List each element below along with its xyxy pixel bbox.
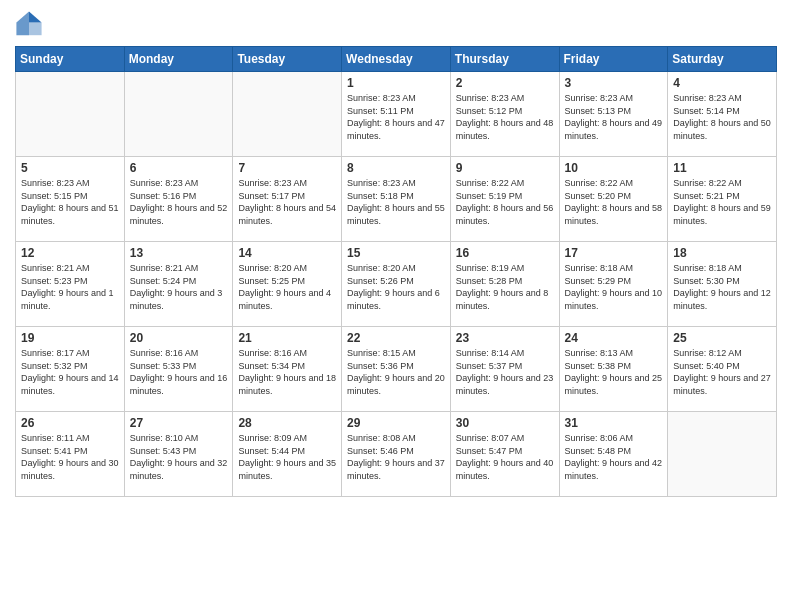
day-number: 4: [673, 76, 771, 90]
calendar-cell: 8Sunrise: 8:23 AM Sunset: 5:18 PM Daylig…: [342, 157, 451, 242]
day-header-tuesday: Tuesday: [233, 47, 342, 72]
day-number: 3: [565, 76, 663, 90]
header-row: SundayMondayTuesdayWednesdayThursdayFrid…: [16, 47, 777, 72]
day-info: Sunrise: 8:23 AM Sunset: 5:11 PM Dayligh…: [347, 92, 445, 142]
day-info: Sunrise: 8:21 AM Sunset: 5:24 PM Dayligh…: [130, 262, 228, 312]
day-number: 2: [456, 76, 554, 90]
day-number: 7: [238, 161, 336, 175]
calendar-cell: 18Sunrise: 8:18 AM Sunset: 5:30 PM Dayli…: [668, 242, 777, 327]
calendar-cell: 10Sunrise: 8:22 AM Sunset: 5:20 PM Dayli…: [559, 157, 668, 242]
calendar-cell: 11Sunrise: 8:22 AM Sunset: 5:21 PM Dayli…: [668, 157, 777, 242]
day-number: 26: [21, 416, 119, 430]
calendar-cell: 2Sunrise: 8:23 AM Sunset: 5:12 PM Daylig…: [450, 72, 559, 157]
day-number: 31: [565, 416, 663, 430]
day-header-thursday: Thursday: [450, 47, 559, 72]
svg-marker-2: [16, 11, 29, 35]
day-info: Sunrise: 8:20 AM Sunset: 5:26 PM Dayligh…: [347, 262, 445, 312]
calendar-cell: 4Sunrise: 8:23 AM Sunset: 5:14 PM Daylig…: [668, 72, 777, 157]
calendar-cell: 9Sunrise: 8:22 AM Sunset: 5:19 PM Daylig…: [450, 157, 559, 242]
week-row-1: 5Sunrise: 8:23 AM Sunset: 5:15 PM Daylig…: [16, 157, 777, 242]
day-number: 15: [347, 246, 445, 260]
calendar-cell: 7Sunrise: 8:23 AM Sunset: 5:17 PM Daylig…: [233, 157, 342, 242]
day-number: 18: [673, 246, 771, 260]
day-number: 20: [130, 331, 228, 345]
day-info: Sunrise: 8:23 AM Sunset: 5:15 PM Dayligh…: [21, 177, 119, 227]
calendar-cell: 24Sunrise: 8:13 AM Sunset: 5:38 PM Dayli…: [559, 327, 668, 412]
svg-marker-0: [29, 11, 42, 22]
calendar-cell: [16, 72, 125, 157]
day-info: Sunrise: 8:09 AM Sunset: 5:44 PM Dayligh…: [238, 432, 336, 482]
day-number: 8: [347, 161, 445, 175]
calendar-cell: 5Sunrise: 8:23 AM Sunset: 5:15 PM Daylig…: [16, 157, 125, 242]
day-header-sunday: Sunday: [16, 47, 125, 72]
day-number: 28: [238, 416, 336, 430]
day-info: Sunrise: 8:23 AM Sunset: 5:12 PM Dayligh…: [456, 92, 554, 142]
day-info: Sunrise: 8:10 AM Sunset: 5:43 PM Dayligh…: [130, 432, 228, 482]
day-info: Sunrise: 8:23 AM Sunset: 5:13 PM Dayligh…: [565, 92, 663, 142]
calendar-cell: [124, 72, 233, 157]
day-number: 30: [456, 416, 554, 430]
day-info: Sunrise: 8:23 AM Sunset: 5:18 PM Dayligh…: [347, 177, 445, 227]
day-info: Sunrise: 8:08 AM Sunset: 5:46 PM Dayligh…: [347, 432, 445, 482]
day-info: Sunrise: 8:14 AM Sunset: 5:37 PM Dayligh…: [456, 347, 554, 397]
calendar-cell: 25Sunrise: 8:12 AM Sunset: 5:40 PM Dayli…: [668, 327, 777, 412]
day-info: Sunrise: 8:23 AM Sunset: 5:14 PM Dayligh…: [673, 92, 771, 142]
day-info: Sunrise: 8:22 AM Sunset: 5:20 PM Dayligh…: [565, 177, 663, 227]
calendar-cell: [668, 412, 777, 497]
day-number: 21: [238, 331, 336, 345]
day-info: Sunrise: 8:21 AM Sunset: 5:23 PM Dayligh…: [21, 262, 119, 312]
calendar-cell: 20Sunrise: 8:16 AM Sunset: 5:33 PM Dayli…: [124, 327, 233, 412]
day-number: 1: [347, 76, 445, 90]
day-header-monday: Monday: [124, 47, 233, 72]
day-info: Sunrise: 8:19 AM Sunset: 5:28 PM Dayligh…: [456, 262, 554, 312]
day-number: 22: [347, 331, 445, 345]
svg-marker-1: [29, 23, 42, 36]
day-number: 29: [347, 416, 445, 430]
day-number: 24: [565, 331, 663, 345]
calendar-cell: 13Sunrise: 8:21 AM Sunset: 5:24 PM Dayli…: [124, 242, 233, 327]
calendar-cell: 28Sunrise: 8:09 AM Sunset: 5:44 PM Dayli…: [233, 412, 342, 497]
day-info: Sunrise: 8:15 AM Sunset: 5:36 PM Dayligh…: [347, 347, 445, 397]
calendar-cell: 3Sunrise: 8:23 AM Sunset: 5:13 PM Daylig…: [559, 72, 668, 157]
day-number: 23: [456, 331, 554, 345]
day-info: Sunrise: 8:23 AM Sunset: 5:16 PM Dayligh…: [130, 177, 228, 227]
calendar-cell: 6Sunrise: 8:23 AM Sunset: 5:16 PM Daylig…: [124, 157, 233, 242]
day-number: 5: [21, 161, 119, 175]
day-info: Sunrise: 8:17 AM Sunset: 5:32 PM Dayligh…: [21, 347, 119, 397]
day-info: Sunrise: 8:07 AM Sunset: 5:47 PM Dayligh…: [456, 432, 554, 482]
calendar-table: SundayMondayTuesdayWednesdayThursdayFrid…: [15, 46, 777, 497]
day-info: Sunrise: 8:06 AM Sunset: 5:48 PM Dayligh…: [565, 432, 663, 482]
calendar-cell: 14Sunrise: 8:20 AM Sunset: 5:25 PM Dayli…: [233, 242, 342, 327]
logo-icon: [15, 10, 43, 38]
day-number: 14: [238, 246, 336, 260]
day-info: Sunrise: 8:18 AM Sunset: 5:30 PM Dayligh…: [673, 262, 771, 312]
day-number: 25: [673, 331, 771, 345]
day-info: Sunrise: 8:13 AM Sunset: 5:38 PM Dayligh…: [565, 347, 663, 397]
header: [15, 10, 777, 38]
calendar-cell: 26Sunrise: 8:11 AM Sunset: 5:41 PM Dayli…: [16, 412, 125, 497]
calendar-cell: [233, 72, 342, 157]
calendar-cell: 1Sunrise: 8:23 AM Sunset: 5:11 PM Daylig…: [342, 72, 451, 157]
logo: [15, 10, 47, 38]
day-info: Sunrise: 8:12 AM Sunset: 5:40 PM Dayligh…: [673, 347, 771, 397]
calendar-cell: 15Sunrise: 8:20 AM Sunset: 5:26 PM Dayli…: [342, 242, 451, 327]
calendar-cell: 23Sunrise: 8:14 AM Sunset: 5:37 PM Dayli…: [450, 327, 559, 412]
day-number: 17: [565, 246, 663, 260]
day-number: 10: [565, 161, 663, 175]
day-info: Sunrise: 8:18 AM Sunset: 5:29 PM Dayligh…: [565, 262, 663, 312]
day-info: Sunrise: 8:23 AM Sunset: 5:17 PM Dayligh…: [238, 177, 336, 227]
week-row-2: 12Sunrise: 8:21 AM Sunset: 5:23 PM Dayli…: [16, 242, 777, 327]
day-number: 9: [456, 161, 554, 175]
day-info: Sunrise: 8:16 AM Sunset: 5:33 PM Dayligh…: [130, 347, 228, 397]
calendar-cell: 21Sunrise: 8:16 AM Sunset: 5:34 PM Dayli…: [233, 327, 342, 412]
day-info: Sunrise: 8:16 AM Sunset: 5:34 PM Dayligh…: [238, 347, 336, 397]
day-info: Sunrise: 8:22 AM Sunset: 5:21 PM Dayligh…: [673, 177, 771, 227]
day-number: 12: [21, 246, 119, 260]
day-number: 13: [130, 246, 228, 260]
day-header-saturday: Saturday: [668, 47, 777, 72]
calendar-cell: 29Sunrise: 8:08 AM Sunset: 5:46 PM Dayli…: [342, 412, 451, 497]
calendar-cell: 22Sunrise: 8:15 AM Sunset: 5:36 PM Dayli…: [342, 327, 451, 412]
day-header-friday: Friday: [559, 47, 668, 72]
day-info: Sunrise: 8:22 AM Sunset: 5:19 PM Dayligh…: [456, 177, 554, 227]
week-row-4: 26Sunrise: 8:11 AM Sunset: 5:41 PM Dayli…: [16, 412, 777, 497]
